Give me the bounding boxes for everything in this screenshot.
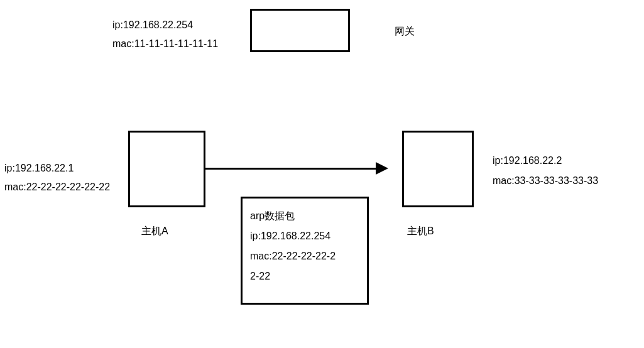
arp-packet-line1: arp数据包 [250, 209, 295, 224]
hostb-mac-text: mac:33-33-33-33-33-33 [493, 173, 598, 188]
hosta-mac-text: mac:22-22-22-22-22-22 [4, 180, 110, 195]
arp-packet-line2: ip:192.168.22.254 [250, 229, 330, 244]
hosta-box [128, 131, 205, 207]
arrow-head-icon [376, 162, 388, 175]
gateway-label: 网关 [395, 24, 415, 39]
arrow-line [205, 168, 378, 170]
arp-packet-line4: 2-22 [250, 269, 270, 284]
hosta-ip-text: ip:192.168.22.1 [4, 161, 74, 176]
hostb-box [402, 131, 474, 207]
gateway-mac-text: mac:11-11-11-11-11-11 [112, 36, 218, 52]
gateway-ip-text: ip:192.168.22.254 [112, 18, 193, 33]
hosta-label: 主机A [141, 224, 168, 239]
hostb-label: 主机B [407, 224, 434, 239]
gateway-box [250, 9, 350, 52]
arp-packet-line3: mac:22-22-22-22-2 [250, 249, 336, 264]
hostb-ip-text: ip:192.168.22.2 [493, 153, 562, 168]
